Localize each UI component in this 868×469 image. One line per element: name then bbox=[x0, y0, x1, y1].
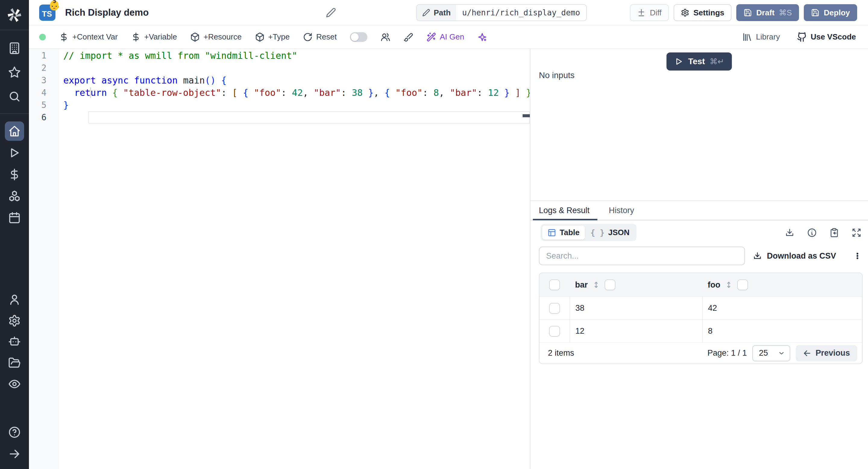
draft-button[interactable]: Draft ⌘S bbox=[736, 4, 799, 21]
sidebar-item-resources[interactable] bbox=[5, 187, 24, 206]
add-type-button[interactable]: +Type bbox=[255, 32, 290, 42]
result-tabs: Logs & Result History bbox=[530, 201, 868, 220]
sidebar-item-settings[interactable] bbox=[5, 311, 24, 330]
reset-button[interactable]: Reset bbox=[303, 32, 337, 42]
dollar-icon bbox=[8, 168, 21, 181]
toggle-knob bbox=[351, 33, 359, 41]
row-checkbox[interactable] bbox=[549, 326, 560, 337]
table-cell: 12 bbox=[569, 320, 702, 342]
table-icon bbox=[548, 228, 556, 237]
multiplayer-icon-button[interactable] bbox=[381, 32, 390, 42]
path-label-segment: Path bbox=[417, 5, 456, 21]
building-icon bbox=[8, 42, 21, 55]
sidebar-item-schedules[interactable] bbox=[5, 208, 24, 227]
line-number: 3 bbox=[29, 74, 63, 87]
tab-logs-result[interactable]: Logs & Result bbox=[539, 201, 590, 220]
add-resource-button[interactable]: +Resource bbox=[190, 32, 241, 42]
test-button[interactable]: Test ⌘↵ bbox=[666, 53, 732, 70]
csv-group: Download as CSV bbox=[753, 251, 861, 261]
no-inputs-text: No inputs bbox=[539, 70, 575, 80]
line-number: 1 bbox=[29, 50, 63, 62]
sidebar-item-search[interactable] bbox=[5, 87, 24, 106]
result-controls: Table { } JSON bbox=[530, 224, 868, 241]
deploy-button[interactable]: Deploy bbox=[804, 4, 857, 21]
sidebar-item-workspace[interactable] bbox=[5, 39, 24, 58]
column-header-bar: bar bbox=[569, 273, 702, 296]
sidebar-item-favorites[interactable] bbox=[5, 63, 24, 82]
edit-title-pencil-icon[interactable] bbox=[326, 7, 336, 18]
code-line-1: 1// import * as wmill from "windmill-cli… bbox=[29, 50, 530, 62]
table-view-button[interactable]: Table bbox=[542, 225, 585, 240]
content: 1// import * as wmill from "windmill-cli… bbox=[29, 49, 868, 469]
sidebar-item-variables[interactable] bbox=[5, 165, 24, 184]
column-label: foo bbox=[708, 280, 720, 290]
format-code-icon-button[interactable] bbox=[404, 32, 413, 42]
download-icon bbox=[753, 251, 762, 260]
page-title: Rich Display demo bbox=[65, 7, 149, 18]
page-size-select[interactable]: 25 bbox=[752, 345, 790, 362]
search-input[interactable] bbox=[539, 247, 745, 265]
path-label: Path bbox=[434, 8, 451, 18]
copy-result-icon[interactable] bbox=[830, 228, 839, 238]
info-icon[interactable] bbox=[807, 228, 817, 238]
page-size-value: 25 bbox=[759, 348, 768, 358]
diff-button[interactable]: Diff bbox=[630, 4, 669, 21]
row-checkbox[interactable] bbox=[549, 303, 560, 314]
select-all-checkbox[interactable] bbox=[549, 279, 560, 290]
sidebar-item-audit-logs[interactable] bbox=[5, 374, 24, 394]
settings-label: Settings bbox=[693, 8, 724, 18]
add-variable-button[interactable]: +Variable bbox=[131, 32, 177, 42]
editor-toolbar: +Context Var+Variable+Resource+TypeReset… bbox=[29, 25, 868, 49]
eye-icon bbox=[8, 378, 21, 390]
result-actions bbox=[785, 228, 861, 238]
tab-history[interactable]: History bbox=[609, 201, 634, 220]
sidebar-item-runs[interactable] bbox=[5, 143, 24, 162]
help-icon bbox=[8, 426, 21, 439]
sidebar-item-expand[interactable] bbox=[5, 444, 24, 464]
rotate-icon bbox=[303, 32, 313, 42]
multiplayer-toggle[interactable] bbox=[350, 32, 367, 42]
sidebar-item-home[interactable] bbox=[5, 122, 24, 141]
table-footer: 2 items Page: 1 / 1 25 Previous bbox=[539, 342, 862, 364]
sidebar-item-help[interactable] bbox=[5, 423, 24, 442]
sidebar-item-workers[interactable] bbox=[5, 332, 24, 351]
column-checkbox[interactable] bbox=[737, 279, 748, 290]
download-csv-button[interactable]: Download as CSV bbox=[753, 251, 836, 261]
path-chip[interactable]: Path u/henri/rich_display_demo bbox=[416, 4, 587, 21]
table-header-row: barfoo bbox=[539, 273, 862, 296]
code-text: return { "table-row-object": [ { "foo": … bbox=[63, 87, 530, 99]
expand-result-icon[interactable] bbox=[852, 228, 861, 238]
code-text: } bbox=[63, 99, 530, 111]
library-button[interactable]: Library bbox=[742, 32, 780, 42]
gear-icon bbox=[681, 8, 689, 17]
json-view-label: JSON bbox=[608, 228, 629, 237]
download-result-icon[interactable] bbox=[785, 228, 795, 238]
header-actions: Diff Settings Draft ⌘S Deploy bbox=[630, 4, 857, 21]
previous-button[interactable]: Previous bbox=[796, 345, 857, 362]
ai-sparkles-icon-button[interactable] bbox=[477, 32, 487, 42]
sidebar-item-folders[interactable] bbox=[5, 353, 24, 373]
app-icon: TS 👶 bbox=[39, 4, 56, 21]
json-view-button[interactable]: { } JSON bbox=[585, 225, 635, 240]
code-editor[interactable]: 1// import * as wmill from "windmill-cli… bbox=[29, 49, 530, 469]
code-lines: 1// import * as wmill from "windmill-cli… bbox=[29, 50, 530, 124]
github-icon bbox=[797, 32, 807, 42]
add-context-var-button[interactable]: +Context Var bbox=[59, 32, 118, 42]
use-vscode-button[interactable]: Use VScode bbox=[797, 32, 856, 42]
add-context-var-label: +Context Var bbox=[72, 32, 118, 41]
main-area: TS 👶 Rich Display demo Path u/henri/rich… bbox=[29, 0, 868, 469]
sort-icon[interactable] bbox=[592, 281, 600, 289]
users-icon bbox=[381, 32, 390, 42]
deploy-label: Deploy bbox=[824, 8, 850, 18]
line-number: 2 bbox=[29, 62, 63, 74]
column-checkbox[interactable] bbox=[604, 279, 615, 290]
windmill-logo[interactable] bbox=[0, 0, 29, 30]
ai-gen-button[interactable]: AI Gen bbox=[427, 32, 464, 42]
table-cell: 38 bbox=[569, 297, 702, 319]
settings-button[interactable]: Settings bbox=[674, 4, 732, 21]
kebab-menu-icon[interactable] bbox=[854, 251, 861, 261]
bot-icon bbox=[8, 336, 21, 348]
sidebar-item-user[interactable] bbox=[5, 290, 24, 309]
home-icon bbox=[8, 125, 21, 137]
sort-icon[interactable] bbox=[724, 281, 733, 289]
